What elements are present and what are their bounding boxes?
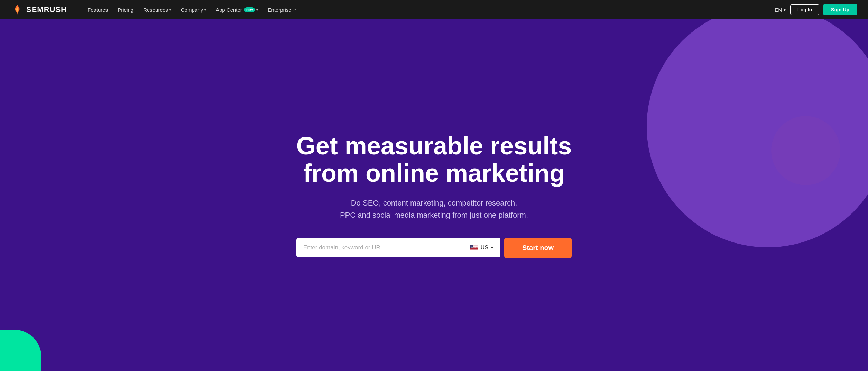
nav-enterprise-label: Enterprise [268,7,291,13]
hero-subtitle: Do SEO, content marketing, competitor re… [296,197,572,221]
chevron-down-icon: ▾ [169,8,171,12]
chevron-down-icon: ▾ [256,8,258,12]
logo-text: SEMRUSH [26,5,67,14]
nav-item-appcenter[interactable]: App Center new ▾ [212,5,262,15]
nav-item-pricing[interactable]: Pricing [113,5,138,15]
nav-features-label: Features [87,7,108,13]
chevron-down-icon: ▾ [783,7,786,13]
svg-rect-7 [470,250,478,250]
search-input[interactable] [296,238,463,257]
nav-menu: Features Pricing Resources ▾ Company ▾ A… [83,5,764,15]
navbar-right: EN ▾ Log In Sign Up [775,4,857,15]
country-label: US [481,245,488,251]
new-badge: new [244,7,255,12]
hero-title-line1: Get measurable results [296,132,572,160]
nav-resources-label: Resources [143,7,168,13]
hero-content: Get measurable results from online marke… [288,132,580,258]
nav-item-enterprise[interactable]: Enterprise ↗ [264,5,300,15]
semrush-logo-icon [11,3,24,16]
hero-search-row: ★★★★★★ US ▾ Start now [296,238,572,258]
hero-section: Get measurable results from online marke… [0,19,868,371]
hero-bg-decoration-circle-inner [771,116,840,185]
navbar: SEMRUSH Features Pricing Resources ▾ Com… [0,0,868,19]
country-selector[interactable]: ★★★★★★ US ▾ [463,238,500,257]
hero-subtitle-line2: PPC and social media marketing from just… [340,211,528,219]
svg-rect-6 [470,249,478,249]
language-selector[interactable]: EN ▾ [775,7,786,13]
nav-company-label: Company [181,7,203,13]
hero-title-line2: from online marketing [303,159,565,187]
us-flag-icon: ★★★★★★ [470,245,478,250]
nav-item-company[interactable]: Company ▾ [177,5,210,15]
chevron-down-icon: ▾ [204,8,206,12]
start-now-button[interactable]: Start now [504,238,572,258]
external-link-icon: ↗ [293,8,296,12]
nav-appcenter-label: App Center [216,7,242,13]
svg-text:★★★★★★: ★★★★★★ [470,246,478,248]
login-button[interactable]: Log In [790,4,819,15]
signup-button[interactable]: Sign Up [823,4,857,15]
logo[interactable]: SEMRUSH [11,3,67,16]
svg-rect-5 [470,248,478,248]
language-label: EN [775,7,782,13]
hero-subtitle-line1: Do SEO, content marketing, competitor re… [351,199,517,207]
nav-pricing-label: Pricing [118,7,133,13]
chevron-down-icon: ▾ [491,245,493,250]
hero-bg-decoration-green-blob [0,330,41,371]
hero-title: Get measurable results from online marke… [296,132,572,187]
search-input-wrapper: ★★★★★★ US ▾ [296,238,500,257]
nav-item-resources[interactable]: Resources ▾ [139,5,175,15]
nav-item-features[interactable]: Features [83,5,112,15]
